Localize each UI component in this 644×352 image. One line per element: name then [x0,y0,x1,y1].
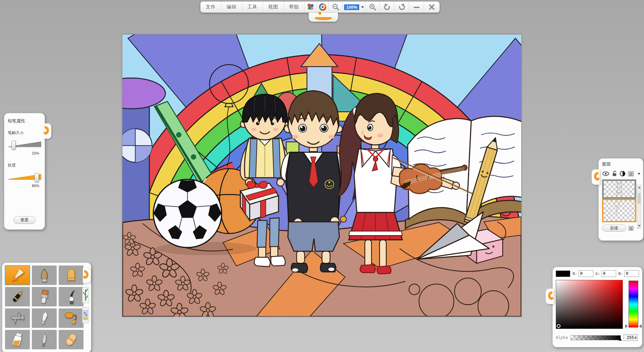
layers-panel-title: 图层 [602,161,641,167]
reset-button[interactable]: 重置 [13,216,36,224]
clown-left-eye-button[interactable] [305,2,317,12]
palette-knife-tool-icon [37,310,52,326]
brush-size-slider-thumb[interactable] [11,140,16,150]
hue-marker-right[interactable] [639,324,642,328]
tool-paint-roller[interactable] [59,308,84,328]
tool-fountain-pen[interactable] [5,287,30,306]
b-input[interactable] [624,270,639,277]
tool-palette-handle[interactable] [83,268,91,283]
undo-button[interactable] [380,2,394,12]
menu-edit[interactable]: 编辑 [221,2,242,12]
rainbow-flower-icon [307,3,315,11]
tool-wooden-pencil[interactable] [32,266,57,285]
saturation-value-field[interactable] [556,280,623,329]
alpha-marker[interactable] [619,338,622,341]
alpha-row: Alpha [556,334,640,341]
pencil-tool-icon [9,267,25,283]
menu-help[interactable]: 帮助 [284,2,305,12]
clown-mouth-tab[interactable] [309,13,338,22]
alpha-down-icon[interactable] [635,338,637,339]
liner-blade-tool-icon [37,332,52,347]
brush-size-label: 笔触大小 [8,130,41,136]
visibility-eye-icon[interactable] [602,171,609,176]
tool-grid [5,266,84,349]
paint-jar-tool-icon [10,332,25,347]
r-label: R: [573,272,577,276]
canvas-illustration [122,35,521,316]
alpha-up-icon[interactable] [635,336,637,338]
scrollbar-thumb[interactable] [638,193,641,204]
softness-value: 86% [8,184,39,188]
hue-marker-left[interactable] [625,324,628,328]
main-toolbar: 文件 编辑 工具 视图 帮助 100% [200,1,440,13]
eraser-tool-icon [63,332,79,347]
soccer-ball [153,179,222,248]
g-input[interactable] [601,270,616,277]
rgb-row: R: G: B: [556,270,639,277]
tool-palette-knife[interactable] [32,308,57,328]
alpha-spinner [624,334,638,341]
layer-sketch-preview [604,181,635,197]
tool-pencil[interactable] [5,266,30,285]
pencil-properties-panel: 铅笔属性 笔触大小 15% 软度 86% 重置 [4,113,45,230]
alpha-slider[interactable] [571,335,621,340]
app-window: { "toolbar": { "menus": ["文件", "编辑", "工具… [0,0,644,352]
redo-button[interactable] [394,2,409,12]
tool-eraser[interactable] [59,330,84,349]
alpha-value-input[interactable] [624,335,634,340]
zoom-caret-down-icon[interactable] [361,6,364,8]
tool-palette-panel [2,262,91,352]
zoom-in-button[interactable] [366,2,380,12]
zoom-out-button[interactable] [329,2,343,12]
brush-size-value: 15% [8,151,39,155]
minimize-button[interactable] [409,2,424,12]
close-button[interactable] [424,2,439,12]
picture-pack-icon [83,308,88,322]
softness-slider[interactable] [8,171,41,181]
pencil-panel-handle[interactable] [43,123,51,139]
scroll-up-icon[interactable] [637,185,641,189]
tool-ink-brush[interactable] [59,287,84,306]
softness-label: 软度 [8,163,41,168]
sv-cursor[interactable] [557,324,560,328]
bamboo-pack-button[interactable] [82,287,89,303]
layer-item-sketch[interactable] [602,179,636,199]
softness-slider-thumb[interactable] [35,173,39,182]
layer-active-preview [603,200,635,221]
clown-right-eye-button[interactable] [317,2,329,12]
zoom-level-value[interactable]: 100% [344,4,359,10]
menu-view[interactable]: 视图 [263,2,284,12]
close-icon [428,3,435,11]
airbrush-tool-icon [10,310,25,326]
current-color-swatch[interactable] [556,271,570,277]
tool-airbrush[interactable] [5,308,30,328]
menu-tools[interactable]: 工具 [242,2,263,12]
hue-slider[interactable] [629,281,638,328]
layers-options-icon[interactable] [628,226,635,231]
picture-pack-button[interactable] [82,307,89,323]
tool-paint-jar[interactable] [5,330,30,349]
wooden-pencil-tool-icon [37,268,52,283]
tool-liner-blade[interactable] [32,330,57,349]
tool-flat-brush[interactable] [32,287,57,306]
layers-scrollbar[interactable] [637,185,641,228]
layer-menu-caret-icon[interactable] [638,173,640,175]
opacity-contrast-icon[interactable] [620,171,626,177]
magnifier-plus-icon [369,3,377,11]
layer-menu-icon[interactable] [628,171,635,177]
r-input[interactable] [579,270,593,277]
bamboo-icon [83,288,88,302]
scroll-down-icon[interactable] [637,224,641,228]
layer-item-active[interactable] [602,199,636,222]
new-layer-button[interactable]: 新建 [602,225,626,232]
clown-smile-icon [314,15,333,20]
drawing-canvas[interactable] [122,34,522,317]
b-label: B: [619,272,623,276]
layers-panel-handle[interactable] [592,169,600,185]
lock-open-icon[interactable] [612,171,617,177]
flat-brush-tool-icon [37,289,52,304]
tool-crayon[interactable] [59,266,84,285]
menu-file[interactable]: 文件 [201,2,221,12]
brush-size-slider[interactable] [8,138,41,149]
color-panel-handle[interactable] [546,289,554,304]
